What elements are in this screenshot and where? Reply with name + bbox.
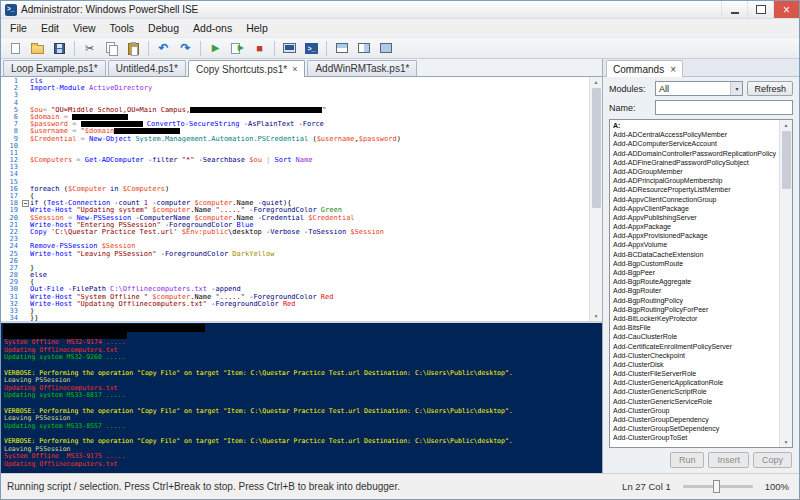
editor-line[interactable]: 13 <box>1 164 589 171</box>
command-list-item[interactable]: Add-AppvClientPackage <box>613 204 779 213</box>
scroll-down-icon[interactable] <box>590 311 602 321</box>
editor-line[interactable]: 25Write-host "Leaving PSSession" -Foregr… <box>1 251 589 258</box>
paste-button[interactable] <box>123 39 144 58</box>
command-list-item[interactable]: Add-BitsFile <box>613 323 779 332</box>
menu-item-help[interactable]: Help <box>239 20 275 36</box>
editor-line[interactable]: 15 <box>1 179 589 186</box>
undo-button[interactable] <box>153 39 174 58</box>
menu-item-tools[interactable]: Tools <box>103 20 142 36</box>
maximize-button[interactable] <box>747 1 773 18</box>
scroll-up-icon[interactable] <box>780 120 792 130</box>
command-list-item[interactable]: Add-BgpCustomRoute <box>613 259 779 268</box>
command-list-item[interactable]: Add-ClusterFileServerRole <box>613 369 779 378</box>
menu-item-edit[interactable]: Edit <box>34 20 66 36</box>
command-list-item[interactable]: Add-BitLockerKeyProtector <box>613 314 779 323</box>
editor-line[interactable]: 32Write-Host "Updating Offlinecomputers.… <box>1 301 589 308</box>
run-script-button[interactable] <box>205 39 226 58</box>
stop-script-button[interactable] <box>249 39 270 58</box>
editor-line[interactable]: 27} <box>1 265 589 272</box>
copy-button[interactable] <box>101 39 122 58</box>
editor-line[interactable]: 31Write-Host "System Offline " $computer… <box>1 294 589 301</box>
script-pane[interactable]: 1cls2Import-Module ActiveDirectory345$ou… <box>1 77 602 323</box>
editor-line[interactable]: 16foreach ($Computer in $Computers) <box>1 186 589 193</box>
commands-panel-tab[interactable]: Commands <box>606 60 683 77</box>
editor-line[interactable]: 18if (Test-Connection -count 1 -computer… <box>1 200 589 207</box>
command-list-item[interactable]: Add-ADPrincipalGroupMembership <box>613 176 779 185</box>
editor-line[interactable]: 34}} <box>1 315 589 321</box>
menu-item-add-ons[interactable]: Add-ons <box>186 20 239 36</box>
command-list-item[interactable]: Add-ClusterGroup <box>613 406 779 415</box>
editor-line[interactable]: 9$Credential = New-Object System.Managem… <box>1 136 589 143</box>
zoom-slider-thumb[interactable] <box>713 480 720 493</box>
editor-line[interactable]: 28else <box>1 272 589 279</box>
editor-line[interactable]: 19Write-Host "Updating system" $computer… <box>1 207 589 214</box>
command-list-item[interactable]: Add-ADCentralAccessPolicyMember <box>613 130 779 139</box>
start-powershell-button[interactable] <box>301 39 322 58</box>
editor-line[interactable]: 6$domain = <box>1 114 589 121</box>
scroll-up-icon[interactable] <box>590 77 602 87</box>
command-list-item[interactable]: Add-ADGroupMember <box>613 167 779 176</box>
cut-button[interactable] <box>79 39 100 58</box>
editor-line[interactable]: 23 <box>1 236 589 243</box>
save-script-button[interactable] <box>49 39 70 58</box>
run-selection-button[interactable] <box>227 39 248 58</box>
new-remote-powershell-tab-button[interactable] <box>279 39 300 58</box>
editor-scroll-track[interactable] <box>590 87 602 311</box>
editor-scroll-thumb[interactable] <box>592 88 601 208</box>
zoom-slider[interactable] <box>683 485 753 488</box>
show-script-pane-right-button[interactable] <box>353 39 374 58</box>
editor-line[interactable]: 29{ <box>1 279 589 286</box>
menu-item-debug[interactable]: Debug <box>141 20 186 36</box>
command-list-item[interactable]: Add-ClusterGenericServiceRole <box>613 397 779 406</box>
command-list-item[interactable]: Add-ClusterGroupDependency <box>613 415 779 424</box>
refresh-button[interactable]: Refresh <box>747 81 793 96</box>
editor-line[interactable]: 24Remove-PSSession $Session <box>1 243 589 250</box>
command-list-item[interactable]: Add-ADComputerServiceAccount <box>613 139 779 148</box>
close-button[interactable] <box>773 1 799 18</box>
editor-line[interactable]: 14 <box>1 171 589 178</box>
command-list-item[interactable]: Add-CauClusterRole <box>613 332 779 341</box>
editor-line[interactable]: 3 <box>1 92 589 99</box>
editor-line[interactable]: 26 <box>1 258 589 265</box>
command-list-item[interactable]: Add-ADDomainControllerPasswordReplicatio… <box>613 149 779 158</box>
command-list-item[interactable]: Add-AppvClientConnectionGroup <box>613 195 779 204</box>
copy-button[interactable]: Copy <box>753 452 792 468</box>
editor-line[interactable]: 7$password = ConvertTo-SecureString -AsP… <box>1 121 589 128</box>
open-script-button[interactable] <box>27 39 48 58</box>
command-list-item[interactable]: Add-ClusterGenericApplicationRole <box>613 378 779 387</box>
tab-close-icon[interactable] <box>292 64 297 74</box>
insert-button[interactable]: Insert <box>708 452 749 468</box>
run-button[interactable]: Run <box>670 452 705 468</box>
command-list-item[interactable]: Add-BCDataCacheExtension <box>613 250 779 259</box>
redo-button[interactable] <box>175 39 196 58</box>
editor-line[interactable]: 4 <box>1 100 589 107</box>
fold-collapse-icon[interactable] <box>22 200 29 207</box>
command-list-item[interactable]: Add-ClusterGroupSetDependency <box>613 424 779 433</box>
command-list-item[interactable]: Add-AppxProvisionedPackage <box>613 231 779 240</box>
editor-line[interactable]: 20$Session = New-PSSession -ComputerName… <box>1 215 589 222</box>
command-list-item[interactable]: Add-AppxVolume <box>613 240 779 249</box>
command-list-item[interactable]: Add-BgpRoutingPolicy <box>613 296 779 305</box>
minimize-button[interactable] <box>721 1 747 18</box>
command-list-item[interactable]: Add-ADFineGrainedPasswordPolicySubject <box>613 158 779 167</box>
command-list-item[interactable]: Add-BgpPeer <box>613 268 779 277</box>
command-list-item[interactable]: Add-ClusterDisk <box>613 360 779 369</box>
modules-dropdown[interactable]: All ▾ <box>655 81 743 96</box>
command-list-item[interactable]: Add-BgpRoutingPolicyForPeer <box>613 305 779 314</box>
command-list-item[interactable]: Add-ClusterGenericScriptRole <box>613 387 779 396</box>
command-list-item[interactable]: Add-ADResourcePropertyListMember <box>613 185 779 194</box>
file-tab[interactable]: Copy Shortcuts.ps1* <box>188 60 305 77</box>
editor-line[interactable]: 30Out-File -FilePath C:\Offlinecomputers… <box>1 286 589 293</box>
console-pane[interactable]: System Offline MS32-9174 .....Updating O… <box>1 323 602 473</box>
editor-line[interactable]: 5$ou= "OU=Middle School,OU=Main Campus," <box>1 107 589 114</box>
editor-line[interactable]: 8$username = "$domain <box>1 128 589 135</box>
command-list-item[interactable]: Add-BgpRouteAggregate <box>613 277 779 286</box>
command-list-item[interactable]: Add-CertificateEnrollmentPolicyServer <box>613 342 779 351</box>
name-input[interactable] <box>655 100 793 115</box>
editor-line[interactable]: 22Copy 'C:\Questar Practice Test.url' $E… <box>1 229 589 236</box>
command-list-item[interactable]: Add-BgpRouter <box>613 286 779 295</box>
show-script-pane-maximized-button[interactable] <box>375 39 396 58</box>
editor-line[interactable]: 17{ <box>1 193 589 200</box>
command-list-item[interactable]: Add-ClusterCheckpoint <box>613 351 779 360</box>
commands-close-icon[interactable] <box>670 64 676 75</box>
